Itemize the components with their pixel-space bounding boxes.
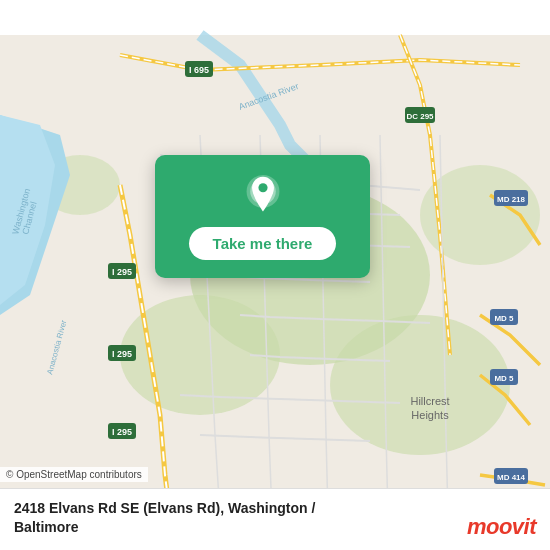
svg-text:MD 5: MD 5 (494, 314, 514, 323)
svg-text:MD 414: MD 414 (497, 473, 526, 482)
svg-point-32 (258, 183, 267, 192)
map-container: Washington Channel Anacostia River I 695… (0, 0, 550, 550)
svg-text:I 295: I 295 (112, 267, 132, 277)
address-info-bar: 2418 Elvans Rd SE (Elvans Rd), Washingto… (0, 488, 550, 550)
svg-text:DC 295: DC 295 (406, 112, 434, 121)
moovit-brand-text: moovit (467, 514, 536, 540)
overlay-card: Take me there (155, 155, 370, 278)
svg-text:Heights: Heights (411, 409, 449, 421)
svg-text:MD 218: MD 218 (497, 195, 526, 204)
address-text: 2418 Elvans Rd SE (Elvans Rd), Washingto… (14, 499, 536, 538)
location-pin-icon (242, 175, 284, 217)
svg-text:I 295: I 295 (112, 349, 132, 359)
svg-text:I 695: I 695 (189, 65, 209, 75)
openstreetmap-credit: © OpenStreetMap contributors (0, 467, 148, 482)
moovit-logo: moovit (467, 514, 536, 540)
address-city: Baltimore (14, 519, 79, 535)
address-main: 2418 Elvans Rd SE (Elvans Rd), Washingto… (14, 500, 315, 516)
take-me-there-button[interactable]: Take me there (189, 227, 337, 260)
credit-text: © OpenStreetMap contributors (6, 469, 142, 480)
svg-text:Hillcrest: Hillcrest (410, 395, 449, 407)
svg-text:MD 5: MD 5 (494, 374, 514, 383)
svg-point-3 (330, 315, 510, 455)
svg-text:I 295: I 295 (112, 427, 132, 437)
